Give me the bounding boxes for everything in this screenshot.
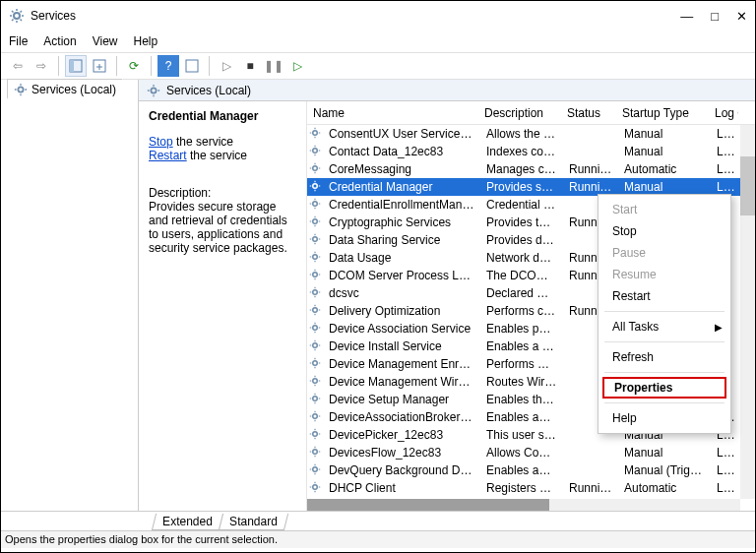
service-description: Enables a co... xyxy=(480,339,563,353)
svg-point-24 xyxy=(313,431,318,436)
service-log-on-as: Local xyxy=(711,145,740,158)
service-log-on-as: Local xyxy=(711,127,740,141)
service-description: Enables app... xyxy=(480,463,563,477)
service-name: DevQuery Background Disc... xyxy=(323,463,480,477)
scrollbar-thumb[interactable] xyxy=(307,499,549,511)
gear-icon xyxy=(309,269,323,283)
service-name: Contact Data_12ec83 xyxy=(323,145,480,158)
tab-standard[interactable]: Standard xyxy=(219,514,288,530)
service-description: Declared Co... xyxy=(480,286,563,300)
service-row[interactable]: DevicesFlow_12ec83Allows Conn...ManualLo… xyxy=(307,444,755,461)
minimize-button[interactable]: — xyxy=(680,9,693,24)
svg-point-25 xyxy=(313,449,318,454)
menu-view[interactable]: View xyxy=(93,34,118,48)
close-button[interactable]: ✕ xyxy=(736,9,747,24)
service-description: Enables app... xyxy=(480,410,563,424)
status-bar: Opens the properties dialog box for the … xyxy=(1,530,755,548)
service-row[interactable]: DHCP ClientRegisters an...RunningAutomat… xyxy=(307,479,755,497)
service-name: DevicePicker_12ec83 xyxy=(323,428,480,442)
pause-service-button[interactable]: ❚❚ xyxy=(263,55,284,77)
forward-button[interactable]: ⇨ xyxy=(31,55,52,77)
service-row[interactable]: Contact Data_12ec83Indexes cont...Manual… xyxy=(307,143,755,160)
service-log-on-as: Local xyxy=(711,446,740,460)
service-description: Network dat... xyxy=(480,251,563,265)
service-description: Indexes cont... xyxy=(480,145,563,158)
ctx-properties[interactable]: Properties xyxy=(602,377,726,399)
refresh-button[interactable]: ⟳ xyxy=(123,55,145,77)
svg-point-5 xyxy=(18,87,23,92)
svg-point-21 xyxy=(313,378,318,383)
gear-icon xyxy=(309,251,323,266)
restart-service-button[interactable]: ▷ xyxy=(286,55,308,77)
service-name: CoreMessaging xyxy=(323,162,480,176)
service-description: The DCOML... xyxy=(480,269,563,282)
tree-pane: Services (Local) xyxy=(1,80,139,511)
service-log-on-as: Local xyxy=(711,180,740,194)
gear-icon xyxy=(309,180,323,195)
ctx-stop[interactable]: Stop xyxy=(598,220,730,242)
stop-service-link[interactable]: Stop xyxy=(149,135,173,149)
gear-icon xyxy=(309,357,323,372)
menu-help[interactable]: Help xyxy=(134,34,158,48)
restart-service-link[interactable]: Restart xyxy=(149,149,187,162)
service-row[interactable]: CoreMessagingManages co...RunningAutomat… xyxy=(307,160,755,178)
menu-action[interactable]: Action xyxy=(43,34,76,48)
service-name: Delivery Optimization xyxy=(323,304,480,318)
col-status[interactable]: Status xyxy=(561,106,616,120)
service-description: Allows the s... xyxy=(480,127,563,141)
ctx-help[interactable]: Help xyxy=(598,407,730,429)
help-button[interactable]: ? xyxy=(158,55,179,77)
col-name[interactable]: Name xyxy=(307,106,478,120)
description-label: Description: xyxy=(149,186,296,200)
service-startup-type: Automatic xyxy=(618,481,711,495)
svg-point-10 xyxy=(313,183,318,188)
window-title: Services xyxy=(31,9,76,23)
list-header-label: Services (Local) xyxy=(166,84,251,97)
ctx-pause: Pause xyxy=(598,242,730,264)
col-log-on-as[interactable]: Log On As xyxy=(709,106,738,120)
stop-service-button[interactable]: ■ xyxy=(239,55,261,77)
svg-point-17 xyxy=(313,307,318,312)
view-tabs: Extended Standard xyxy=(1,511,755,530)
service-startup-type: Automatic xyxy=(618,162,711,176)
maximize-button[interactable]: □ xyxy=(711,9,719,24)
vertical-scrollbar[interactable] xyxy=(740,125,755,499)
gear-icon xyxy=(147,84,160,97)
menu-file[interactable]: File xyxy=(9,34,28,48)
ctx-all-tasks[interactable]: All Tasks▶ xyxy=(598,316,730,338)
service-name: DevicesFlow_12ec83 xyxy=(323,446,480,460)
column-headers: Name Description Status Startup Type Log… xyxy=(307,101,755,125)
service-log-on-as: Local xyxy=(711,162,740,176)
horizontal-scrollbar[interactable] xyxy=(307,499,740,511)
service-name: Device Management Enroll... xyxy=(323,357,480,371)
service-name: CredentialEnrollmentManag... xyxy=(323,198,480,212)
svg-point-20 xyxy=(313,360,318,365)
col-description[interactable]: Description xyxy=(478,106,561,120)
gear-icon xyxy=(309,393,323,407)
scrollbar-thumb[interactable] xyxy=(740,156,755,215)
service-row[interactable]: DevQuery Background Disc...Enables app..… xyxy=(307,461,755,479)
back-button[interactable]: ⇦ xyxy=(7,55,29,77)
properties-button[interactable] xyxy=(181,55,203,77)
service-startup-type: Manual (Trigg... xyxy=(618,463,711,477)
ctx-restart[interactable]: Restart xyxy=(598,285,730,307)
ctx-refresh[interactable]: Refresh xyxy=(598,346,730,368)
gear-icon xyxy=(309,233,323,248)
gear-icon xyxy=(309,428,323,443)
show-hide-tree-button[interactable] xyxy=(65,55,87,77)
gear-icon xyxy=(309,446,323,461)
tab-extended[interactable]: Extended xyxy=(152,514,223,530)
svg-point-27 xyxy=(313,484,318,489)
service-name: DCOM Server Process Launc... xyxy=(323,269,480,282)
service-startup-type: Manual xyxy=(618,180,711,194)
col-startup-type[interactable]: Startup Type xyxy=(616,106,709,120)
tree-item-services-local[interactable]: Services (Local) xyxy=(7,79,123,100)
gear-icon xyxy=(309,127,323,142)
service-name: Device Association Service xyxy=(323,322,480,336)
gear-icon xyxy=(309,286,323,301)
svg-rect-2 xyxy=(70,60,74,72)
service-status: Running xyxy=(563,180,618,194)
service-row[interactable]: ConsentUX User Service_12e...Allows the … xyxy=(307,125,755,143)
start-service-button[interactable]: ▷ xyxy=(216,55,237,77)
export-list-button[interactable] xyxy=(89,55,110,77)
